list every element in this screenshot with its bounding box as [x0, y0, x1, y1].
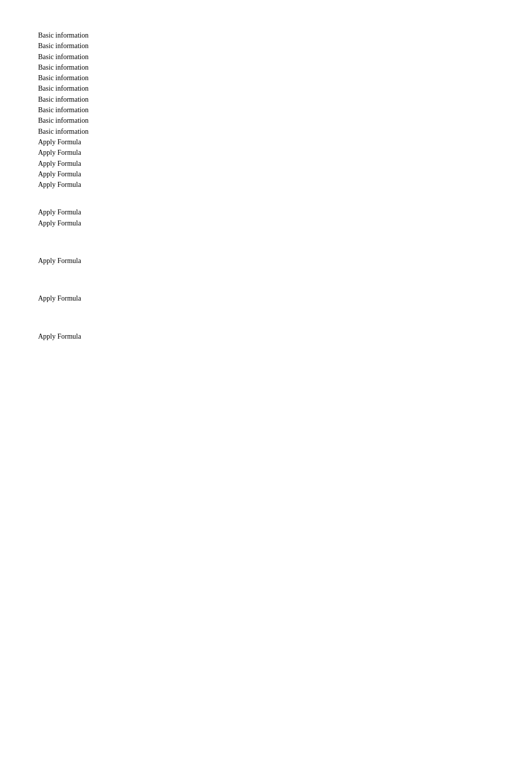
apply-formula-item: Apply Formula: [38, 159, 532, 169]
apply-formula-item: Apply Formula: [38, 148, 532, 158]
apply-formula-item: Apply Formula: [38, 207, 532, 217]
apply-formula-item: Apply Formula: [38, 218, 532, 228]
apply-formula-group-5: Apply Formula: [38, 332, 532, 342]
page-container: Basic informationBasic informationBasic …: [38, 31, 532, 342]
basic-info-item: Basic information: [38, 52, 532, 62]
header-section: Basic informationBasic informationBasic …: [38, 31, 532, 190]
apply-formula-item: Apply Formula: [38, 294, 532, 304]
apply-formula-group-3: Apply Formula: [38, 256, 532, 266]
apply-formula-item: Apply Formula: [38, 137, 532, 147]
apply-formula-item: Apply Formula: [38, 332, 532, 342]
apply-formula-item: Apply Formula: [38, 180, 532, 190]
basic-info-item: Basic information: [38, 31, 532, 41]
apply-formula-group-1b: Apply FormulaApply FormulaApply FormulaA…: [38, 137, 532, 190]
basic-info-item: Basic information: [38, 84, 532, 94]
apply-formula-group-2: Apply FormulaApply Formula: [38, 207, 532, 228]
basic-info-item: Basic information: [38, 73, 532, 83]
basic-info-group: Basic informationBasic informationBasic …: [38, 31, 532, 137]
apply-formula-item: Apply Formula: [38, 256, 532, 266]
basic-info-item: Basic information: [38, 41, 532, 51]
basic-info-item: Basic information: [38, 127, 532, 137]
basic-info-item: Basic information: [38, 63, 532, 73]
basic-info-item: Basic information: [38, 116, 532, 126]
apply-formula-group-4: Apply Formula: [38, 294, 532, 304]
basic-info-item: Basic information: [38, 95, 532, 105]
apply-formula-item: Apply Formula: [38, 169, 532, 179]
basic-info-item: Basic information: [38, 105, 532, 115]
